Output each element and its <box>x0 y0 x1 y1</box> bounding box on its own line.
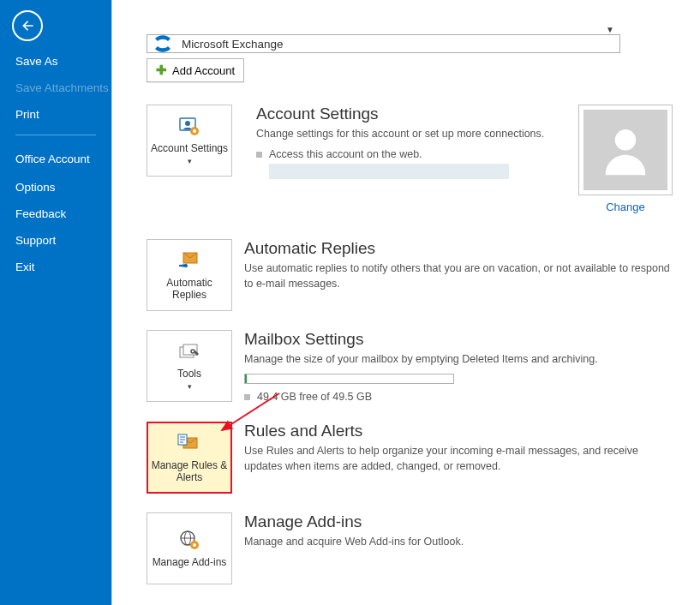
tile-manage-addins[interactable]: Manage Add-ins <box>147 512 232 584</box>
account-settings-icon <box>177 115 201 139</box>
access-web-text: Access this account on the web. <box>269 148 566 160</box>
tile-tools[interactable]: Tools ▾ <box>147 330 232 402</box>
account-selector-label: Microsoft Exchange <box>182 38 618 51</box>
sidebar-divider <box>15 135 96 135</box>
svg-point-1 <box>185 121 190 126</box>
mailbox-storage-fill <box>245 374 247 383</box>
tile-automatic-replies-label: Automatic Replies <box>149 277 230 302</box>
redacted-url <box>269 164 509 179</box>
account-selector[interactable]: Microsoft Exchange ▼ <box>147 34 620 53</box>
back-arrow-icon <box>19 17 36 34</box>
tile-account-settings-label: Account Settings <box>151 142 228 154</box>
section-rules-alerts: Manage Rules & Alerts Rules and Alerts U… <box>147 422 673 494</box>
sidebar-save-attachments: Save Attachments <box>0 75 111 101</box>
avatar-placeholder-icon <box>595 120 655 180</box>
sidebar-support[interactable]: Support <box>0 227 111 254</box>
mailbox-storage-text: 49.4 GB free of 49.5 GB <box>257 391 372 403</box>
manage-addins-heading: Manage Add-ins <box>244 512 673 531</box>
tile-automatic-replies[interactable]: Automatic Replies <box>147 239 232 311</box>
automatic-replies-heading: Automatic Replies <box>244 239 673 258</box>
rules-alerts-icon <box>176 432 202 456</box>
back-button[interactable] <box>12 10 43 41</box>
tools-icon <box>176 340 202 364</box>
mailbox-settings-heading: Mailbox Settings <box>244 330 673 349</box>
section-mailbox-settings: Tools ▾ Mailbox Settings Manage the size… <box>147 330 673 403</box>
sidebar-save-as[interactable]: Save As <box>0 48 111 75</box>
chevron-down-icon: ▾ <box>188 157 192 166</box>
sidebar-exit[interactable]: Exit <box>0 254 111 280</box>
avatar-block: Change <box>578 105 673 213</box>
sidebar-feedback[interactable]: Feedback <box>0 201 111 227</box>
sidebar-print[interactable]: Print <box>0 101 111 128</box>
content-area: Microsoft Exchange ▼ ✚ Add Account Accou… <box>112 0 700 605</box>
account-settings-heading: Account Settings <box>256 105 566 123</box>
automatic-replies-icon <box>177 249 201 273</box>
rules-alerts-desc: Use Rules and Alerts to help organize yo… <box>244 443 673 474</box>
tile-tools-label: Tools <box>177 368 201 380</box>
tile-addins-label: Manage Add-ins <box>153 556 227 568</box>
add-account-button[interactable]: ✚ Add Account <box>147 58 244 82</box>
mailbox-settings-desc: Manage the size of your mailbox by empty… <box>244 351 673 367</box>
avatar-frame <box>578 105 673 195</box>
account-settings-desc: Change settings for this account or set … <box>256 126 566 141</box>
backstage-sidebar: Save As Save Attachments Print Office Ac… <box>0 0 111 605</box>
mailbox-storage-progress <box>244 374 454 384</box>
change-photo-link[interactable]: Change <box>606 201 645 213</box>
automatic-replies-desc: Use automatic replies to notify others t… <box>244 261 673 291</box>
bullet-icon <box>256 152 262 158</box>
bullet-icon <box>244 394 250 400</box>
sidebar-options[interactable]: Options <box>0 174 111 201</box>
add-account-label: Add Account <box>172 64 235 77</box>
sidebar-office-account[interactable]: Office Account <box>0 146 111 174</box>
svg-point-4 <box>615 129 637 151</box>
section-manage-addins: Manage Add-ins Manage Add-ins Manage and… <box>147 512 673 584</box>
section-account-settings: Account Settings ▾ Account Settings Chan… <box>147 105 673 213</box>
svg-point-19 <box>193 543 196 547</box>
rules-alerts-heading: Rules and Alerts <box>244 422 673 440</box>
plus-icon: ✚ <box>156 63 167 78</box>
exchange-icon <box>153 33 173 54</box>
dropdown-caret-icon: ▼ <box>606 25 614 34</box>
manage-addins-desc: Manage and acquire Web Add-ins for Outlo… <box>244 534 673 549</box>
tile-manage-rules-alerts[interactable]: Manage Rules & Alerts <box>147 422 232 494</box>
addins-icon <box>177 529 201 553</box>
section-automatic-replies: Automatic Replies Automatic Replies Use … <box>147 239 673 311</box>
tile-account-settings[interactable]: Account Settings ▾ <box>147 105 232 177</box>
chevron-down-icon: ▾ <box>188 382 192 392</box>
svg-point-3 <box>193 129 196 133</box>
tile-rules-alerts-label: Manage Rules & Alerts <box>150 459 229 484</box>
